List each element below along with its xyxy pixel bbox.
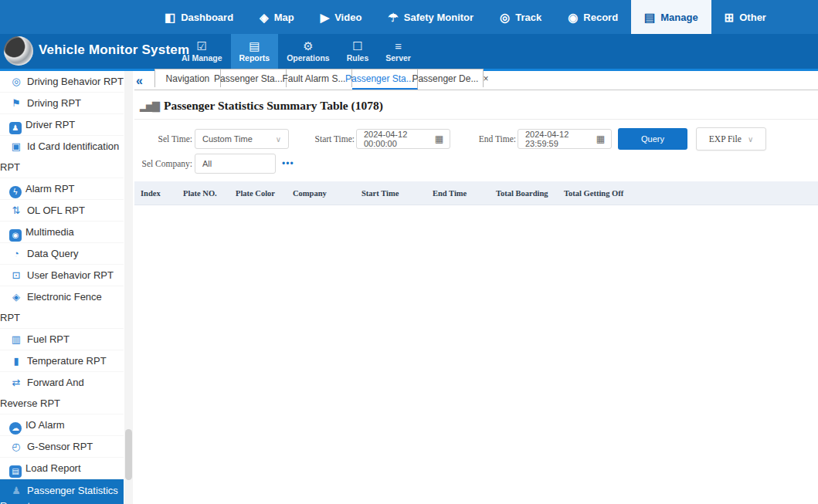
topnav-item-label: Record xyxy=(583,12,618,23)
sel-time-label: Sel Time: xyxy=(134,134,192,144)
location-pin-icon: ◈ xyxy=(9,286,23,307)
sidebar-item-id-card-identification-rpt[interactable]: ▣Id Card Identification RPT xyxy=(0,136,124,178)
filter-panel: Sel Time: Custom Time ∨ Start Time: 2024… xyxy=(134,120,818,177)
ai-manage-icon: ☑ xyxy=(197,40,207,52)
topnav-item-label: Other xyxy=(739,12,766,23)
monitor-search-icon: ⊡ xyxy=(9,265,23,286)
subnav-item-ai-manage[interactable]: ☑AI Manage xyxy=(173,34,231,69)
sidebar-item-passenger-statistics-report[interactable]: ♟Passenger Statistics Report xyxy=(0,479,124,504)
video-icon: ▶ xyxy=(321,12,330,23)
sidebar-item-label: IO Alarm xyxy=(25,419,65,431)
server-icon: ≡ xyxy=(395,40,402,52)
sidebar-item-data-query[interactable]: ◔Data Query xyxy=(0,243,124,265)
sidebar-item-load-report[interactable]: ▤Load Report xyxy=(0,458,124,479)
subnav-item-operations[interactable]: ⚙Operations xyxy=(278,34,338,69)
close-icon[interactable]: × xyxy=(483,73,488,84)
manage-icon: ▤ xyxy=(644,12,655,23)
query-button[interactable]: Query xyxy=(618,128,687,150)
id-card-icon: ▣ xyxy=(9,136,23,157)
topnav-item-label: Dashboard xyxy=(181,12,233,23)
sidebar-item-driver-rpt[interactable]: ♟Driver RPT xyxy=(0,114,124,136)
collapse-sidebar-icon[interactable]: « xyxy=(134,73,147,90)
sidebar-item-multimedia[interactable]: ◉Multimedia xyxy=(0,222,124,243)
end-time-input[interactable]: 2024-04-12 23:59:59 ▦ xyxy=(518,129,612,149)
bar-chart-icon: ▂▅▇ xyxy=(140,101,158,111)
topnav-item-manage[interactable]: ▤Manage xyxy=(631,0,711,34)
sidebar-item-g-sensor-rpt[interactable]: ◴G-Sensor RPT xyxy=(0,436,124,458)
page-title-row: ▂▅▇ Passenger Statistics Summary Table (… xyxy=(134,90,818,120)
driver-icon: ♟ xyxy=(9,122,22,134)
sidebar-item-io-alarm[interactable]: ☁IO Alarm xyxy=(0,414,124,436)
tab-navigation[interactable]: Navigation xyxy=(154,69,221,87)
reports-icon: ▤ xyxy=(249,40,260,52)
other-icon: ⊞ xyxy=(725,12,735,23)
tab-label: Fault Alarm S... xyxy=(282,73,345,84)
camera-icon: ◉ xyxy=(9,229,22,242)
secondary-nav-bar: Vehicle Monitor System ☑AI Manage▤Report… xyxy=(0,34,818,69)
sel-time-select[interactable]: Custom Time ∨ xyxy=(195,129,289,149)
tab-passenger-sta-[interactable]: Passenger Sta...× xyxy=(352,69,418,90)
report-sidebar: ◎Driving Behavior RPT⚑Driving RPT♟Driver… xyxy=(0,71,134,504)
calendar-icon[interactable]: ▦ xyxy=(435,134,450,144)
sidebar-item-user-behavior-rpt[interactable]: ⊡User Behavior RPT xyxy=(0,265,124,286)
primary-nav-bar: ◧Dashboard◈Map▶Video☂Safety Monitor◎Trac… xyxy=(0,0,818,34)
table-header-row: IndexPlate NO.Plate ColorCompanyStart Ti… xyxy=(134,181,818,205)
export-file-button[interactable]: EXP File ∨ xyxy=(696,127,766,151)
filter-row-1: Sel Time: Custom Time ∨ Start Time: 2024… xyxy=(134,127,766,151)
operations-icon: ⚙ xyxy=(303,40,313,52)
sel-company-input[interactable]: All xyxy=(195,154,276,174)
sidebar-scrollbar-thumb[interactable] xyxy=(125,429,132,480)
tab-label: Passenger Sta... xyxy=(345,73,414,84)
sidebar-item-driving-behavior-rpt[interactable]: ◎Driving Behavior RPT xyxy=(0,71,124,93)
subnav-item-label: Reports xyxy=(239,53,270,63)
topnav-item-record[interactable]: ◉Record xyxy=(555,0,631,34)
topnav-item-dashboard[interactable]: ◧Dashboard xyxy=(151,0,246,34)
start-time-label: Start Time: xyxy=(293,134,355,144)
flag-icon: ⚑ xyxy=(9,93,23,113)
sidebar-item-fuel-rpt[interactable]: ▥Fuel RPT xyxy=(0,329,124,350)
start-time-input[interactable]: 2024-04-12 00:00:00 ▦ xyxy=(356,129,450,149)
sidebar-item-electronic-fence-rpt[interactable]: ◈Electronic Fence RPT xyxy=(0,286,124,329)
export-file-label: EXP File xyxy=(709,134,742,144)
sel-company-label: Sel Company: xyxy=(134,159,192,168)
subnav-item-reports[interactable]: ▤Reports xyxy=(231,34,279,69)
column-header-total-boarding: Total Boarding xyxy=(490,189,558,198)
load-box-icon: ▤ xyxy=(9,465,22,478)
sidebar-item-temperature-rpt[interactable]: ▮Temperature RPT xyxy=(0,350,124,372)
subnav-item-server[interactable]: ≡Server xyxy=(377,34,419,69)
column-header-plate-color: Plate Color xyxy=(229,189,287,198)
sidebar-item-label: User Behavior RPT xyxy=(27,269,114,281)
tab-passenger-de-[interactable]: Passenger De...× xyxy=(418,69,484,87)
subnav-item-label: AI Manage xyxy=(182,53,222,63)
up-down-arrows-icon: ⇅ xyxy=(9,200,23,221)
sidebar-scrollbar-track xyxy=(124,71,133,504)
topnav-item-label: Track xyxy=(515,12,541,23)
alarm-bolt-icon: ϟ xyxy=(9,186,22,198)
sidebar-item-driving-rpt[interactable]: ⚑Driving RPT xyxy=(0,93,124,114)
tab-passenger-sta-[interactable]: Passenger Sta...× xyxy=(221,69,287,87)
filter-row-2: Sel Company: All ••• xyxy=(134,154,294,174)
sidebar-item-ol-ofl-rpt[interactable]: ⇅OL OFL RPT xyxy=(0,200,124,222)
sel-time-value: Custom Time xyxy=(195,134,276,144)
topnav-item-safety-monitor[interactable]: ☂Safety Monitor xyxy=(375,0,487,34)
sidebar-item-label: Fuel RPT xyxy=(27,333,70,345)
more-options-icon[interactable]: ••• xyxy=(282,158,294,169)
topnav-item-map[interactable]: ◈Map xyxy=(246,0,307,34)
topnav-item-video[interactable]: ▶Video xyxy=(307,0,375,34)
sidebar-item-label: Driving Behavior RPT xyxy=(27,76,124,87)
thermometer-icon: ▮ xyxy=(9,350,23,371)
topnav-item-other[interactable]: ⊞Other xyxy=(711,0,779,34)
column-header-index: Index xyxy=(134,189,177,198)
topnav-item-label: Map xyxy=(274,12,294,23)
tab-fault-alarm-s-[interactable]: Fault Alarm S...× xyxy=(287,69,352,87)
sidebar-item-forward-and-reverse-rpt[interactable]: ⇄Forward And Reverse RPT xyxy=(0,372,124,414)
sidebar-item-label: Multimedia xyxy=(25,226,74,238)
calendar-icon[interactable]: ▦ xyxy=(596,134,611,144)
sidebar-item-alarm-rpt[interactable]: ϟAlarm RPT xyxy=(0,178,124,200)
track-icon: ◎ xyxy=(500,12,510,23)
sidebar-item-label: Data Query xyxy=(27,248,78,259)
sidebar-item-label: Driver RPT xyxy=(25,119,75,130)
report-menu: ◎Driving Behavior RPT⚑Driving RPT♟Driver… xyxy=(0,71,124,504)
topnav-item-track[interactable]: ◎Track xyxy=(487,0,555,34)
subnav-item-rules[interactable]: ☐Rules xyxy=(338,34,378,69)
